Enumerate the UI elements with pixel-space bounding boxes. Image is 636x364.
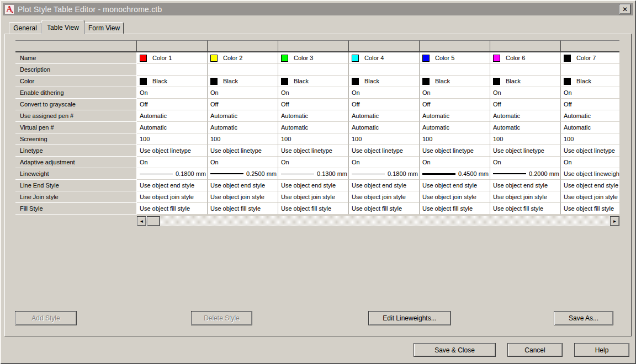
cell-virtual_pen-col3[interactable]: Automatic: [278, 122, 349, 133]
column-header-cell[interactable]: [561, 40, 619, 51]
cell-adaptive_adjustment-col6[interactable]: On: [490, 157, 561, 168]
cell-description-col5[interactable]: [420, 64, 490, 76]
cell-fill_style-col2[interactable]: Use object fill style: [208, 203, 278, 215]
tab-general[interactable]: General: [9, 22, 41, 34]
cell-use_assigned_pen-col5[interactable]: Automatic: [420, 110, 490, 122]
cell-name-col3[interactable]: Color 3: [278, 52, 349, 64]
cell-line_end_style-col3[interactable]: Use object end style: [278, 180, 349, 191]
cell-fill_style-col1[interactable]: Use object fill style: [137, 203, 208, 215]
cell-description-col7[interactable]: [561, 64, 619, 76]
cell-linetype-col3[interactable]: Use object linetype: [278, 145, 349, 157]
edit-lineweights-button[interactable]: Edit Lineweights...: [368, 311, 451, 325]
titlebar[interactable]: A Plot Style Table Editor - monochrome.c…: [3, 3, 633, 15]
scroll-right-arrow-icon[interactable]: ►: [610, 216, 619, 226]
cell-virtual_pen-col2[interactable]: Automatic: [208, 122, 278, 133]
cell-convert_to_grayscale-col4[interactable]: Off: [349, 99, 420, 110]
cell-fill_style-col4[interactable]: Use object fill style: [349, 203, 420, 215]
cell-line_join_style-col3[interactable]: Use object join style: [278, 191, 349, 203]
cell-virtual_pen-col6[interactable]: Automatic: [490, 122, 561, 133]
table-corner-header-cell[interactable]: [15, 40, 137, 51]
cell-line_join_style-col2[interactable]: Use object join style: [208, 191, 278, 203]
cell-enable_dithering-col6[interactable]: On: [490, 87, 561, 99]
cancel-button[interactable]: Cancel: [507, 343, 563, 357]
save-and-close-button[interactable]: Save & Close: [414, 343, 496, 357]
cell-name-col4[interactable]: Color 4: [349, 52, 420, 64]
cell-line_join_style-col4[interactable]: Use object join style: [349, 191, 420, 203]
cell-lineweight-col5[interactable]: 0.4500 mm: [420, 168, 490, 180]
cell-name-col2[interactable]: Color 2: [208, 52, 278, 64]
cell-virtual_pen-col7[interactable]: Automatic: [561, 122, 619, 133]
cell-screening-col2[interactable]: 100: [208, 133, 278, 145]
cell-enable_dithering-col3[interactable]: On: [278, 87, 349, 99]
cell-linetype-col1[interactable]: Use object linetype: [137, 145, 208, 157]
cell-use_assigned_pen-col7[interactable]: Automatic: [561, 110, 619, 122]
cell-line_end_style-col6[interactable]: Use object end style: [490, 180, 561, 191]
scrollbar-thumb[interactable]: [147, 216, 160, 226]
cell-use_assigned_pen-col4[interactable]: Automatic: [349, 110, 420, 122]
cell-fill_style-col5[interactable]: Use object fill style: [420, 203, 490, 215]
cell-description-col2[interactable]: [208, 64, 278, 76]
cell-color-col5[interactable]: Black: [420, 76, 490, 87]
cell-fill_style-col6[interactable]: Use object fill style: [490, 203, 561, 215]
column-header-cell[interactable]: [349, 40, 420, 51]
cell-convert_to_grayscale-col6[interactable]: Off: [490, 99, 561, 110]
cell-color-col2[interactable]: Black: [208, 76, 278, 87]
cell-convert_to_grayscale-col5[interactable]: Off: [420, 99, 490, 110]
help-button[interactable]: Help: [574, 343, 629, 357]
cell-name-col1[interactable]: Color 1: [137, 52, 208, 64]
horizontal-scrollbar[interactable]: ◄ ►: [137, 216, 619, 226]
cell-color-col4[interactable]: Black: [349, 76, 420, 87]
cell-description-col6[interactable]: [490, 64, 561, 76]
tab-form-view[interactable]: Form View: [84, 22, 124, 34]
cell-enable_dithering-col4[interactable]: On: [349, 87, 420, 99]
cell-linetype-col5[interactable]: Use object linetype: [420, 145, 490, 157]
column-header-cell[interactable]: [278, 40, 349, 51]
cell-use_assigned_pen-col6[interactable]: Automatic: [490, 110, 561, 122]
cell-lineweight-col1[interactable]: 0.1800 mm: [137, 168, 208, 180]
cell-adaptive_adjustment-col1[interactable]: On: [137, 157, 208, 168]
cell-screening-col5[interactable]: 100: [420, 133, 490, 145]
cell-adaptive_adjustment-col5[interactable]: On: [420, 157, 490, 168]
column-header-cell[interactable]: [208, 40, 278, 51]
cell-screening-col4[interactable]: 100: [349, 133, 420, 145]
cell-use_assigned_pen-col2[interactable]: Automatic: [208, 110, 278, 122]
cell-screening-col7[interactable]: 100: [561, 133, 619, 145]
cell-linetype-col2[interactable]: Use object linetype: [208, 145, 278, 157]
cell-lineweight-col3[interactable]: 0.1300 mm: [278, 168, 349, 180]
cell-enable_dithering-col2[interactable]: On: [208, 87, 278, 99]
cell-description-col4[interactable]: [349, 64, 420, 76]
cell-line_join_style-col7[interactable]: Use object join style: [561, 191, 619, 203]
cell-name-col6[interactable]: Color 6: [490, 52, 561, 64]
cell-virtual_pen-col5[interactable]: Automatic: [420, 122, 490, 133]
cell-name-col5[interactable]: Color 5: [420, 52, 490, 64]
cell-lineweight-col4[interactable]: 0.1800 mm: [349, 168, 420, 180]
cell-use_assigned_pen-col1[interactable]: Automatic: [137, 110, 208, 122]
cell-line_end_style-col7[interactable]: Use object end style: [561, 180, 619, 191]
cell-fill_style-col3[interactable]: Use object fill style: [278, 203, 349, 215]
cell-screening-col6[interactable]: 100: [490, 133, 561, 145]
cell-line_end_style-col4[interactable]: Use object end style: [349, 180, 420, 191]
cell-adaptive_adjustment-col2[interactable]: On: [208, 157, 278, 168]
cell-enable_dithering-col5[interactable]: On: [420, 87, 490, 99]
cell-screening-col3[interactable]: 100: [278, 133, 349, 145]
cell-line_end_style-col2[interactable]: Use object end style: [208, 180, 278, 191]
cell-convert_to_grayscale-col7[interactable]: Off: [561, 99, 619, 110]
cell-linetype-col7[interactable]: Use object linetype: [561, 145, 619, 157]
cell-screening-col1[interactable]: 100: [137, 133, 208, 145]
cell-linetype-col6[interactable]: Use object linetype: [490, 145, 561, 157]
cell-line_end_style-col1[interactable]: Use object end style: [137, 180, 208, 191]
scroll-left-arrow-icon[interactable]: ◄: [137, 216, 146, 226]
cell-color-col7[interactable]: Black: [561, 76, 619, 87]
cell-use_assigned_pen-col3[interactable]: Automatic: [278, 110, 349, 122]
cell-virtual_pen-col1[interactable]: Automatic: [137, 122, 208, 133]
cell-color-col3[interactable]: Black: [278, 76, 349, 87]
cell-line_join_style-col5[interactable]: Use object join style: [420, 191, 490, 203]
cell-convert_to_grayscale-col1[interactable]: Off: [137, 99, 208, 110]
cell-fill_style-col7[interactable]: Use object fill style: [561, 203, 619, 215]
cell-description-col1[interactable]: [137, 64, 208, 76]
cell-line_join_style-col1[interactable]: Use object join style: [137, 191, 208, 203]
column-header-cell[interactable]: [137, 40, 208, 51]
cell-line_end_style-col5[interactable]: Use object end style: [420, 180, 490, 191]
cell-adaptive_adjustment-col3[interactable]: On: [278, 157, 349, 168]
cell-lineweight-col6[interactable]: 0.2000 mm: [490, 168, 561, 180]
